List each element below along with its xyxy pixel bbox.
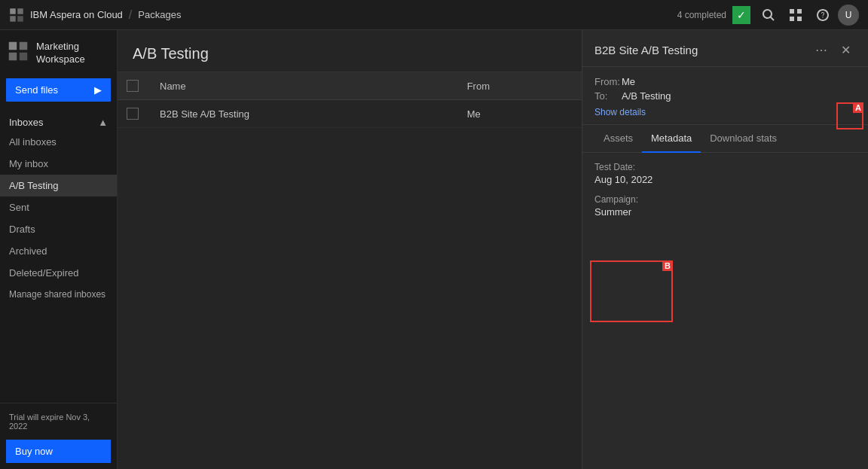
sidebar-item-my-inbox[interactable]: My inbox: [0, 153, 117, 175]
campaign-field: Campaign: Summer: [594, 194, 856, 218]
sidebar-item-deleted[interactable]: Deleted/Expired: [0, 262, 117, 284]
checkbox-header: [118, 72, 148, 100]
test-date-field: Test Date: Aug 10, 2022: [594, 162, 856, 185]
to-row: To: A/B Testing: [594, 90, 856, 102]
buy-now-button[interactable]: Buy now: [6, 440, 111, 463]
sidebar-item-archived[interactable]: Archived: [0, 240, 117, 262]
test-date-value: Aug 10, 2022: [594, 174, 856, 185]
workspace-section: Marketing Workspace: [0, 30, 117, 75]
main-layout: Marketing Workspace Send files ▶ Inboxes…: [0, 30, 868, 469]
packages-table: Name From B2B Site A/B Testing: [118, 72, 582, 128]
inboxes-label: Inboxes: [9, 117, 44, 128]
svg-rect-6: [790, 17, 794, 21]
test-date-label: Test Date:: [594, 162, 856, 172]
brand-name: IBM Aspera on Cloud: [30, 9, 123, 20]
sidebar-nav: Inboxes ▲ All inboxes My inbox A/B Testi…: [0, 111, 117, 403]
sent-label: Sent: [9, 202, 29, 213]
svg-rect-0: [10, 8, 16, 14]
send-icon: ▶: [94, 84, 102, 96]
manage-shared-inboxes[interactable]: Manage shared inboxes: [0, 284, 117, 305]
svg-rect-3: [17, 16, 23, 22]
row-checkbox[interactable]: [127, 108, 139, 120]
workspace-logo-icon: [8, 41, 29, 62]
my-inbox-label: My inbox: [9, 158, 48, 169]
more-options-icon: ⋯: [815, 43, 827, 57]
manage-shared-label: Manage shared inboxes: [9, 289, 105, 300]
aspera-logo-icon: [9, 8, 24, 23]
campaign-label: Campaign:: [594, 194, 856, 205]
workspace-icon: [6, 39, 30, 63]
package-name: B2B Site A/B Testing: [160, 108, 249, 120]
checkmark-icon: ✓: [737, 9, 746, 21]
topbar: IBM Aspera on Cloud / Packages 4 complet…: [0, 0, 868, 30]
detail-meta-section: From: Me To: A/B Testing Show details: [582, 67, 868, 125]
show-details-link[interactable]: Show details: [594, 107, 646, 117]
table-header: Name From: [118, 72, 582, 100]
to-label: To:: [594, 90, 622, 102]
sidebar-footer: Trial will expire Nov 3, 2022 Buy now: [0, 403, 117, 469]
content-header: A/B Testing: [118, 30, 582, 72]
grid-icon[interactable]: [784, 3, 808, 27]
campaign-value: Summer: [594, 206, 856, 218]
deleted-label: Deleted/Expired: [9, 267, 79, 279]
from-column-header: From: [455, 72, 582, 100]
completed-section: 4 completed ✓: [677, 6, 750, 24]
select-all-checkbox[interactable]: [127, 80, 139, 92]
send-files-button[interactable]: Send files ▶: [6, 78, 111, 102]
tab-download-stats[interactable]: Download stats: [701, 125, 786, 153]
from-row: From: Me: [594, 76, 856, 87]
close-panel-button[interactable]: ✕: [835, 39, 856, 60]
collapse-icon[interactable]: ▲: [98, 117, 108, 128]
send-files-label: Send files: [15, 84, 58, 96]
inboxes-section-header: Inboxes ▲: [0, 111, 117, 131]
more-options-button[interactable]: ⋯: [811, 39, 832, 60]
name-column-header: Name: [148, 72, 455, 100]
nav-divider: /: [129, 8, 132, 22]
content-area: A/B Testing Name From: [118, 30, 582, 469]
row-checkbox-cell: [118, 100, 148, 128]
close-icon: ✕: [841, 43, 851, 57]
sidebar-item-ab-testing[interactable]: A/B Testing: [0, 175, 117, 196]
package-name-cell: B2B Site A/B Testing: [148, 100, 455, 128]
all-inboxes-label: All inboxes: [9, 136, 57, 148]
workspace-name: Marketing Workspace: [36, 41, 111, 66]
svg-rect-4: [790, 9, 794, 14]
sidebar: Marketing Workspace Send files ▶ Inboxes…: [0, 30, 118, 469]
svg-rect-5: [797, 9, 802, 14]
tab-assets[interactable]: Assets: [594, 125, 642, 153]
tab-metadata[interactable]: Metadata: [642, 125, 701, 153]
package-from: Me: [467, 108, 481, 120]
drafts-label: Drafts: [9, 224, 35, 235]
table-row[interactable]: B2B Site A/B Testing Me: [118, 100, 582, 128]
package-from-cell: Me: [455, 100, 582, 128]
svg-rect-11: [20, 53, 28, 61]
user-avatar[interactable]: U: [838, 5, 859, 26]
buy-now-label: Buy now: [15, 446, 53, 457]
metadata-content: B Test Date: Aug 10, 2022 Campaign: Summ…: [582, 153, 868, 236]
help-icon[interactable]: [811, 3, 835, 27]
completed-text: 4 completed: [677, 10, 726, 20]
from-label: From:: [594, 76, 622, 87]
annotation-b: B: [590, 260, 673, 322]
archived-label: Archived: [9, 245, 47, 257]
brand-section: IBM Aspera on Cloud: [9, 8, 123, 23]
search-icon[interactable]: [756, 3, 781, 27]
sidebar-item-drafts[interactable]: Drafts: [0, 218, 117, 240]
detail-tabs: Assets Metadata Download stats: [582, 125, 868, 153]
trial-text: Trial will expire Nov 3, 2022: [6, 410, 111, 434]
ab-testing-label: A/B Testing: [9, 180, 59, 191]
sidebar-item-all-inboxes[interactable]: All inboxes: [0, 131, 117, 153]
packages-nav[interactable]: Packages: [138, 9, 181, 20]
to-value: A/B Testing: [622, 90, 671, 102]
svg-rect-8: [9, 42, 17, 50]
svg-rect-7: [797, 17, 802, 21]
detail-panel: A B2B Site A/B Testing ⋯ ✕ From: Me To: …: [582, 30, 868, 469]
completed-badge: ✓: [732, 6, 750, 24]
sidebar-item-sent[interactable]: Sent: [0, 196, 117, 218]
detail-panel-title: B2B Site A/B Testing: [594, 44, 698, 56]
detail-panel-header: B2B Site A/B Testing ⋯ ✕: [582, 30, 868, 67]
from-value: Me: [622, 76, 635, 87]
topbar-icons: U: [756, 3, 859, 27]
svg-rect-9: [20, 42, 28, 50]
svg-rect-10: [9, 53, 17, 61]
